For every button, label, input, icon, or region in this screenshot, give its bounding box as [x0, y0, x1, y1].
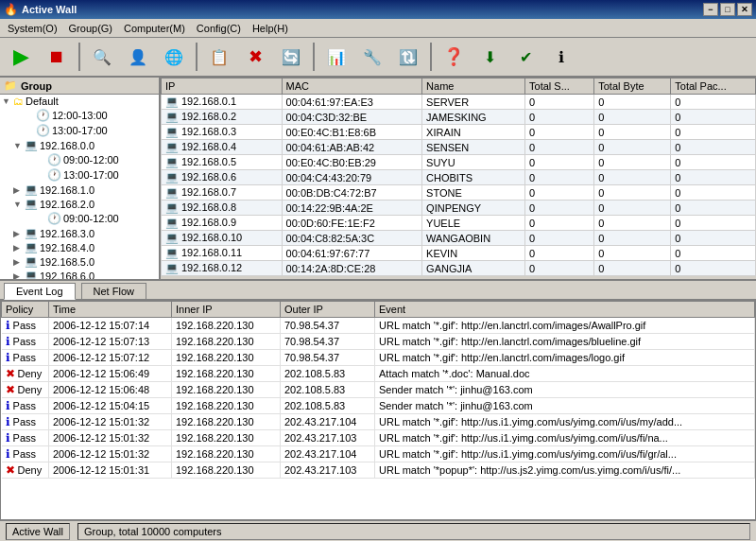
table-row[interactable]: 💻192.168.0.4 00:04:61:AB:AB:42 SENSEN 0 …: [162, 140, 756, 155]
tree-item-ip3[interactable]: ▶ 💻 192.168.3.0: [0, 226, 159, 240]
event-cell-inner: 192.168.220.130: [172, 334, 281, 350]
menu-computer[interactable]: Computer(M): [118, 21, 191, 36]
chart-button[interactable]: 📊: [319, 41, 353, 73]
event-cell-outer: 70.98.54.37: [281, 334, 375, 350]
event-cell-policy: ℹ Pass: [2, 350, 49, 366]
stop-button[interactable]: ⏹: [40, 41, 74, 73]
check-button[interactable]: ✔: [508, 41, 542, 73]
event-row[interactable]: ℹ Pass 2006-12-12 15:01:32 192.168.220.1…: [2, 430, 755, 446]
play-button[interactable]: ▶: [4, 41, 38, 73]
delete-button[interactable]: ✖: [238, 41, 272, 73]
tree-item-ip1[interactable]: ▶ 💻 192.168.1.0: [0, 183, 159, 197]
user-button[interactable]: 👤: [121, 41, 155, 73]
info-button[interactable]: ℹ: [544, 41, 578, 73]
table-row[interactable]: 💻192.168.0.1 00:04:61:97:EA:E3 SERVER 0 …: [162, 95, 756, 110]
minimize-button[interactable]: −: [703, 3, 718, 16]
tree-item-default[interactable]: ▼ 🗂 Default: [0, 95, 159, 108]
tab-event-log[interactable]: Event Log: [4, 283, 76, 300]
table-row[interactable]: 💻192.168.0.2 00:04:C3D:32:BE JAMESKING 0…: [162, 110, 756, 125]
main-content: 📁 Group ▼ 🗂 Default 🕐 12:00-13:00 🕐 13:0…: [0, 78, 756, 520]
cell-name: SENSEN: [422, 140, 525, 155]
maximize-button[interactable]: □: [720, 3, 735, 16]
close-button[interactable]: ✕: [737, 3, 752, 16]
network-button[interactable]: 🌐: [157, 41, 191, 73]
cell-mac: 00:04:C3D:32:BE: [282, 110, 421, 125]
table-row[interactable]: 💻192.168.0.12 00:14:2A:8D:CE:28 GANGJIA …: [162, 261, 756, 276]
tab-bar: Event Log Net Flow: [0, 281, 756, 300]
menu-group[interactable]: Group(G): [63, 21, 118, 36]
table-row[interactable]: 💻192.168.0.11 00:04:61:97:67:77 KEVIN 0 …: [162, 246, 756, 261]
tree-item-time2[interactable]: 🕐 13:00-17:00: [0, 123, 159, 138]
event-scroll[interactable]: Policy Time Inner IP Outer IP Event ℹ Pa…: [1, 301, 755, 519]
event-row[interactable]: ✖ Deny 2006-12-12 15:06:48 192.168.220.1…: [2, 382, 755, 398]
policy-icon: ℹ: [6, 319, 10, 332]
table-row[interactable]: 💻192.168.0.3 00:E0:4C:B1:E8:6B XIRAIN 0 …: [162, 125, 756, 140]
cell-total-pac: 0: [671, 231, 756, 246]
event-row[interactable]: ℹ Pass 2006-12-12 15:04:15 192.168.220.1…: [2, 398, 755, 414]
sync-button[interactable]: 🔃: [391, 41, 425, 73]
expand-ip3: ▶: [13, 229, 25, 238]
tree-item-ip0[interactable]: ▼ 💻 192.168.0.0: [0, 138, 159, 152]
menu-help[interactable]: Help(H): [247, 21, 294, 36]
menu-system[interactable]: System(O): [2, 21, 63, 36]
event-cell-inner: 192.168.220.130: [172, 382, 281, 398]
event-cell-inner: 192.168.220.130: [172, 398, 281, 414]
cell-total-pac: 0: [671, 140, 756, 155]
table-row[interactable]: 💻192.168.0.8 00:14:22:9B:4A:2E QINPENGY …: [162, 201, 756, 216]
event-row[interactable]: ✖ Deny 2006-12-12 15:01:31 192.168.220.1…: [2, 462, 755, 479]
event-cell-time: 2006-12-12 15:07:14: [49, 318, 172, 334]
tree-item-time4[interactable]: 🕐 13:00-17:00: [0, 167, 159, 183]
tree-item-time3[interactable]: 🕐 09:00-12:00: [0, 152, 159, 167]
help-button[interactable]: ❓: [437, 41, 471, 73]
tree-item-ip5[interactable]: ▶ 💻 192.168.5.0: [0, 254, 159, 269]
event-cell-time: 2006-12-12 15:01:32: [49, 446, 172, 462]
cell-name: CHOBITS: [422, 170, 525, 185]
tab-net-flow[interactable]: Net Flow: [81, 283, 146, 299]
bottom-area: Event Log Net Flow Policy Time Inner IP …: [0, 281, 756, 520]
toolbar-separator-3: [313, 43, 315, 71]
cell-ip: 💻192.168.0.6: [162, 170, 283, 185]
tree-item-time1[interactable]: 🕐 12:00-13:00: [0, 108, 159, 123]
table-row[interactable]: 💻192.168.0.7 00:0B:DB:C4:72:B7 STONE 0 0…: [162, 185, 756, 201]
tree-item-ip6[interactable]: ▶ 💻 192.168.6.0: [0, 269, 159, 279]
toolbar-separator-1: [78, 43, 80, 71]
event-row[interactable]: ℹ Pass 2006-12-12 15:01:32 192.168.220.1…: [2, 414, 755, 430]
event-cell-time: 2006-12-12 15:04:15: [49, 398, 172, 414]
settings-button[interactable]: 🔧: [355, 41, 389, 73]
find-button[interactable]: 🔍: [85, 41, 119, 73]
table-row[interactable]: 💻192.168.0.6 00:04:C4:43:20:79 CHOBITS 0…: [162, 170, 756, 185]
network-icon-ip5: 💻: [25, 255, 38, 268]
cell-total-byte: 0: [594, 246, 671, 261]
tree-label-ip0: 192.168.0.0: [40, 140, 94, 151]
refresh-button[interactable]: 🔄: [274, 41, 308, 73]
tree-label-ip3: 192.168.3.0: [40, 228, 94, 239]
computers-table-scroll[interactable]: IP MAC Name Total S... Total Byte Total …: [161, 78, 756, 279]
cell-total-s: 0: [525, 110, 594, 125]
add-button[interactable]: 📋: [202, 41, 236, 73]
event-row[interactable]: ℹ Pass 2006-12-12 15:07:14 192.168.220.1…: [2, 318, 755, 334]
event-row[interactable]: ℹ Pass 2006-12-12 15:01:32 192.168.220.1…: [2, 446, 755, 462]
cell-total-pac: 0: [671, 155, 756, 170]
event-col-inner: Inner IP: [172, 302, 281, 318]
event-row[interactable]: ✖ Deny 2006-12-12 15:06:49 192.168.220.1…: [2, 366, 755, 382]
download-button[interactable]: ⬇: [472, 41, 507, 73]
network-icon-ip0: 💻: [25, 139, 38, 151]
event-row[interactable]: ℹ Pass 2006-12-12 15:07:13 192.168.220.1…: [2, 334, 755, 350]
table-row[interactable]: 💻192.168.0.9 00:0D:60:FE:1E:F2 YUELE 0 0…: [162, 216, 756, 231]
event-cell-policy: ✖ Deny: [2, 462, 49, 479]
cell-total-s: 0: [525, 125, 594, 140]
clock-icon-time3: 🕐: [47, 153, 61, 166]
table-row[interactable]: 💻192.168.0.10 00:04:C8:82:5A:3C WANGAOBI…: [162, 231, 756, 246]
cell-mac: 00:E0:4C:B0:EB:29: [282, 155, 421, 170]
tree-item-time5[interactable]: 🕐 09:00-12:00: [0, 211, 159, 226]
cell-ip: 💻192.168.0.2: [162, 110, 283, 125]
event-row[interactable]: ℹ Pass 2006-12-12 15:07:12 192.168.220.1…: [2, 350, 755, 366]
titlebar: 🔥 Active Wall − □ ✕: [0, 0, 756, 19]
tree-item-ip4[interactable]: ▶ 💻 192.168.4.0: [0, 240, 159, 254]
toolbar: ▶ ⏹ 🔍 👤 🌐 📋 ✖ 🔄 📊 🔧 🔃 ❓ ⬇ ✔ ℹ: [0, 38, 756, 78]
tree-item-ip2[interactable]: ▼ 💻 192.168.2.0: [0, 197, 159, 211]
tree-label-ip1: 192.168.1.0: [40, 184, 94, 196]
table-row[interactable]: 💻192.168.0.5 00:E0:4C:B0:EB:29 SUYU 0 0 …: [162, 155, 756, 170]
event-cell-outer: 202.43.217.104: [281, 446, 375, 462]
menu-config[interactable]: Config(C): [191, 21, 247, 36]
